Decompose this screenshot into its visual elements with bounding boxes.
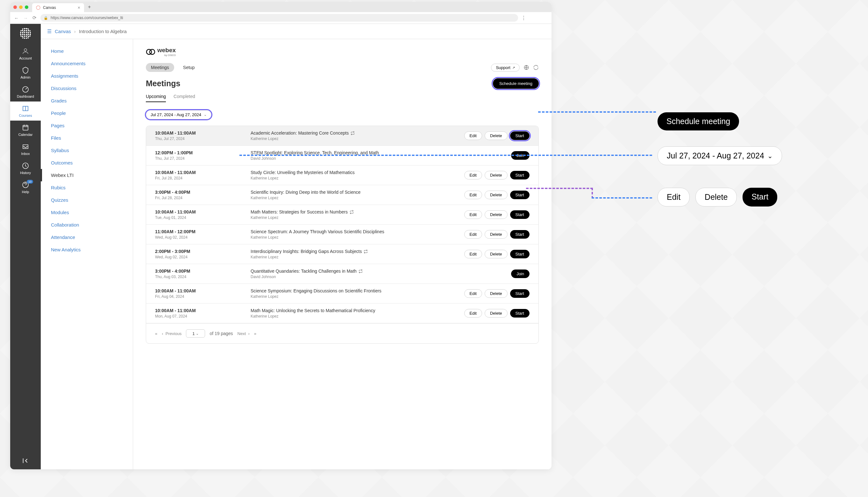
delete-button[interactable]: Delete — [485, 309, 508, 317]
support-link[interactable]: Support ↗ — [491, 63, 520, 72]
delete-button[interactable]: Delete — [485, 131, 508, 140]
start-button[interactable]: Start — [510, 171, 529, 180]
join-button[interactable]: Join — [511, 270, 529, 278]
edit-button[interactable]: Edit — [464, 131, 482, 140]
global-nav-history[interactable]: History — [10, 159, 41, 178]
tab-setup[interactable]: Setup — [178, 63, 200, 72]
edit-button[interactable]: Edit — [464, 289, 482, 298]
url-field[interactable]: 🔒 https://www.canvas.com/courses/webex_l… — [40, 14, 518, 22]
date-range-label: Jul 27, 2024 - Aug 27, 2024 — [151, 112, 201, 117]
collapse-nav-btn[interactable] — [17, 452, 34, 469]
course-nav-item-quizzes[interactable]: Quizzes — [41, 194, 133, 206]
course-nav-item-outcomes[interactable]: Outcomes — [41, 157, 133, 169]
new-tab-btn[interactable]: + — [88, 4, 91, 10]
meeting-date: Fri, Jul 28, 2024 — [155, 176, 251, 181]
course-nav-item-assignments[interactable]: Assignments — [41, 70, 133, 82]
webex-logo-text: webex — [157, 47, 176, 54]
hamburger-icon[interactable]: ☰ — [47, 28, 52, 34]
global-nav-help[interactable]: 10 Help — [10, 178, 41, 197]
course-nav-item-webex-lti[interactable]: Webex LTI — [41, 169, 133, 181]
delete-button[interactable]: Delete — [485, 190, 508, 199]
global-nav-account[interactable]: Account — [10, 44, 41, 63]
course-nav-item-attendance[interactable]: Attendance — [41, 231, 133, 243]
sync-icon[interactable] — [533, 65, 539, 70]
forward-btn[interactable]: → — [23, 15, 29, 21]
course-nav-item-new-analytics[interactable]: New Analytics — [41, 243, 133, 256]
course-nav-item-grades[interactable]: Grades — [41, 95, 133, 107]
schedule-meeting-button[interactable]: Schedule meeting — [493, 78, 539, 89]
delete-button[interactable]: Delete — [485, 171, 508, 180]
meeting-host: Katherine Lopez — [251, 235, 464, 240]
webex-logo-icon — [146, 49, 155, 55]
global-nav-calendar[interactable]: Calendar — [10, 120, 41, 140]
dashboard-icon — [22, 86, 29, 93]
svg-point-0 — [36, 6, 40, 10]
next-page-btn[interactable]: Next › — [237, 331, 250, 336]
breadcrumb-root[interactable]: Canvas — [55, 29, 71, 34]
start-button[interactable]: Start — [510, 131, 529, 140]
meeting-date: Thu, Jul 27, 2024 — [155, 156, 251, 161]
recurring-icon — [359, 269, 363, 273]
start-button[interactable]: Start — [510, 309, 529, 317]
edit-button[interactable]: Edit — [464, 230, 482, 239]
date-range-picker[interactable]: Jul 27, 2024 - Aug 27, 2024 ⌄ — [146, 110, 211, 119]
edit-button[interactable]: Edit — [464, 250, 482, 258]
delete-button[interactable]: Delete — [485, 250, 508, 258]
subtab-upcoming[interactable]: Upcoming — [146, 94, 166, 102]
browser-more-btn[interactable]: ⋮ — [521, 15, 526, 21]
edit-button[interactable]: Edit — [464, 171, 482, 180]
callout-delete: Delete — [695, 188, 737, 207]
of-pages-label: of 19 pages — [209, 331, 233, 336]
reload-btn[interactable]: ⟳ — [32, 14, 37, 21]
start-button[interactable]: Start — [510, 289, 529, 298]
start-button[interactable]: Start — [510, 190, 529, 199]
edit-button[interactable]: Edit — [464, 190, 482, 199]
last-page-btn[interactable]: » — [254, 331, 256, 336]
browser-tab[interactable]: Canvas × — [32, 3, 84, 12]
course-nav-item-people[interactable]: People — [41, 107, 133, 119]
course-nav-item-discussions[interactable]: Discussions — [41, 82, 133, 95]
maximize-window-btn[interactable] — [25, 5, 28, 9]
edit-button[interactable]: Edit — [464, 309, 482, 317]
subtab-completed[interactable]: Completed — [174, 94, 195, 102]
global-nav-admin[interactable]: Admin — [10, 63, 41, 82]
course-nav-item-rubics[interactable]: Rubics — [41, 181, 133, 194]
svg-point-1 — [21, 29, 30, 38]
meeting-time-range: 10:00AM - 11:00AM — [155, 170, 251, 175]
meeting-actions: EditDeleteStart — [464, 230, 529, 239]
tab-meetings[interactable]: Meetings — [146, 63, 174, 72]
back-btn[interactable]: ← — [13, 15, 19, 21]
global-nav-dashboard[interactable]: Dashboard — [10, 82, 41, 101]
global-nav-courses[interactable]: Courses — [10, 101, 41, 120]
course-nav-item-files[interactable]: Files — [41, 132, 133, 144]
delete-button[interactable]: Delete — [485, 289, 508, 298]
course-nav-item-collaboration[interactable]: Collaboration — [41, 218, 133, 231]
start-button[interactable]: Start — [510, 210, 529, 219]
global-nav-inbox[interactable]: Inbox — [10, 140, 41, 159]
course-nav-item-modules[interactable]: Modules — [41, 206, 133, 218]
delete-button[interactable]: Delete — [485, 230, 508, 239]
start-button[interactable]: Start — [510, 250, 529, 258]
meeting-host: Katherine Lopez — [251, 137, 464, 141]
meeting-host: Katherine Lopez — [251, 176, 464, 181]
edit-button[interactable]: Edit — [464, 210, 482, 219]
page-input[interactable]: 1 ⌄ — [186, 329, 205, 338]
meeting-title: Math Magic: Unlocking the Secrets to Mat… — [251, 308, 464, 313]
meeting-row: 3:00PM - 4:00PM Thu, Aug 03, 2024 Quanti… — [146, 264, 538, 284]
canvas-logo-icon[interactable] — [20, 28, 31, 39]
prev-page-btn[interactable]: ‹ Previous — [162, 331, 181, 336]
meeting-title: Science Symposium: Engaging Discussions … — [251, 288, 464, 293]
course-nav-item-pages[interactable]: Pages — [41, 119, 133, 132]
start-button[interactable]: Start — [510, 230, 529, 239]
delete-button[interactable]: Delete — [485, 210, 508, 219]
close-tab-icon[interactable]: × — [78, 5, 80, 10]
browser-window: Canvas × + ← → ⟳ 🔒 https://www.canvas.co… — [10, 2, 551, 469]
course-nav-item-syllabus[interactable]: Syllabus — [41, 144, 133, 157]
course-nav-item-home[interactable]: Home — [41, 45, 133, 57]
close-window-btn[interactable] — [13, 5, 17, 9]
meeting-time-range: 3:00PM - 4:00PM — [155, 190, 251, 195]
course-nav-item-announcements[interactable]: Announcements — [41, 57, 133, 70]
globe-icon[interactable] — [523, 65, 529, 70]
first-page-btn[interactable]: « — [155, 331, 157, 336]
minimize-window-btn[interactable] — [19, 5, 23, 9]
